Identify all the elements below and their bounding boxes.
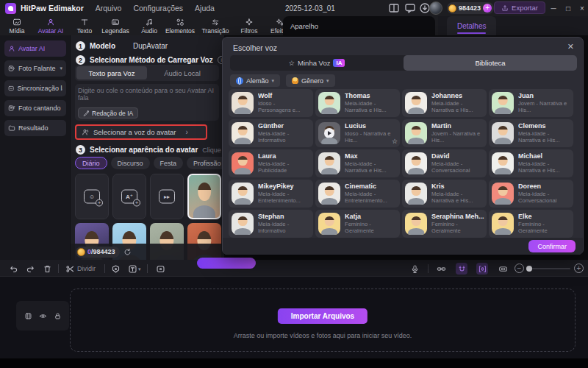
gender-filter[interactable]: Gênero ▾ xyxy=(286,74,335,87)
voice-card[interactable]: Stephan Meia-idade - Informativo xyxy=(229,210,313,238)
add-ai-card[interactable]: A⁺+ xyxy=(112,174,146,219)
refresh-icon[interactable] xyxy=(123,248,132,256)
annotation-icon[interactable] xyxy=(110,263,121,275)
tab-biblioteca[interactable]: Biblioteca xyxy=(404,55,577,71)
tab-midia[interactable]: Mídia xyxy=(0,17,34,35)
menu-configuracoes[interactable]: Configurações xyxy=(133,4,183,13)
voice-card[interactable]: MikeyPikey Meia-idade - Entretenimento..… xyxy=(229,180,313,208)
add-person-card[interactable]: ☺+ xyxy=(75,174,109,219)
tab-texto-para-voz[interactable]: Texto para Voz xyxy=(76,66,147,79)
voice-description: Meia-idade - Entretenimento... xyxy=(258,191,309,205)
voice-card[interactable]: Lucius Idoso - Narrativa e His... ☆ xyxy=(315,119,400,147)
tab-minha-voz[interactable]: ☆ Minha Voz IA xyxy=(230,55,404,71)
sidebar-item-sincronizacao[interactable]: Sincronização la... xyxy=(4,80,66,96)
tab-audio[interactable]: Áudio xyxy=(132,17,166,35)
frame-icon[interactable] xyxy=(154,263,166,275)
microphone-icon[interactable] xyxy=(409,263,420,275)
voice-card[interactable]: Max Meia-idade - Narrativa e His... xyxy=(315,149,400,177)
zoom-in-icon[interactable]: + xyxy=(574,263,584,273)
dialog-close-icon[interactable]: ✕ xyxy=(567,42,574,52)
sidebar-item-resultado[interactable]: Resultado xyxy=(4,120,66,136)
voice-card[interactable]: David Meia-idade - Conversacional xyxy=(402,149,487,177)
voice-card[interactable]: Seraphina Meh... Feminino - Geralmente xyxy=(402,210,487,238)
tab-detalhes[interactable]: Detalhes xyxy=(447,16,496,35)
app-title: HitPaw Edimakor xyxy=(21,4,84,13)
voice-avatar xyxy=(405,183,427,205)
details-panel-header: Detalhes xyxy=(438,16,588,35)
track-film-icon[interactable] xyxy=(24,312,32,320)
ripple-edit-icon[interactable] xyxy=(476,263,488,275)
minimize-button[interactable]: ─ xyxy=(547,0,560,16)
tab-elementos[interactable]: Elementos xyxy=(163,17,197,35)
voice-name: Martin xyxy=(431,122,484,130)
link-icon[interactable] xyxy=(435,263,447,275)
tab-texto[interactable]: Texto xyxy=(68,17,101,35)
export-button[interactable]: Exportar xyxy=(494,1,545,14)
voice-card[interactable]: Cinematic Meia-idade - Entretenimento... xyxy=(315,180,400,208)
pill-profissao[interactable]: Profissão xyxy=(187,157,224,169)
voice-card[interactable]: Kris Meia-idade - Narrativa e His... xyxy=(402,180,487,208)
feedback-chat-icon[interactable] xyxy=(404,2,416,14)
favorite-star-icon[interactable]: ☆ xyxy=(392,138,398,145)
voice-card[interactable]: Wolf Idoso - Personagens e... xyxy=(229,89,313,117)
sidebar-item-foto-falante[interactable]: Foto Falante ▾ xyxy=(4,60,66,77)
pill-discurso[interactable]: Discurso xyxy=(111,157,150,169)
chevron-down-icon[interactable]: ▾ xyxy=(138,266,141,272)
add-credits-icon[interactable]: + xyxy=(483,4,492,13)
undo-icon[interactable] xyxy=(7,263,19,275)
delete-icon[interactable] xyxy=(41,263,53,275)
maximize-button[interactable]: □ xyxy=(562,0,575,16)
voice-card[interactable]: Elke Feminino - Geralmente xyxy=(489,210,573,238)
split-label[interactable]: Dividir xyxy=(77,265,96,272)
tab-transicao[interactable]: Transição xyxy=(198,17,232,35)
voice-card[interactable]: Clemens Meia-idade - Narrativa e His... xyxy=(489,119,573,147)
confirm-button[interactable]: Confirmar xyxy=(528,240,576,252)
voice-card[interactable]: Martin Jovem - Narrativa e His... xyxy=(402,119,487,147)
zoom-slider-knob[interactable] xyxy=(526,266,532,272)
play-voice-icon[interactable] xyxy=(324,128,334,138)
close-button[interactable]: × xyxy=(576,0,588,16)
voice-card[interactable]: Johannes Meia-idade - Narrativa e His... xyxy=(402,89,487,117)
zoom-out-icon[interactable]: − xyxy=(514,263,524,273)
redo-icon[interactable] xyxy=(24,263,36,275)
track-eye-icon[interactable] xyxy=(39,312,47,320)
sidebar-item-foto-cantando[interactable]: Foto cantando xyxy=(4,100,66,116)
voice-card[interactable]: Doreen Meia-idade - Conversacional xyxy=(489,180,573,208)
fit-timeline-icon[interactable] xyxy=(497,263,509,275)
user-avatar[interactable] xyxy=(429,1,442,15)
voice-card[interactable]: Michael Meia-idade - Narrativa e His... xyxy=(489,149,573,177)
split-icon[interactable] xyxy=(64,263,76,275)
import-files-button[interactable]: Importar Arquivos xyxy=(278,308,368,324)
menu-arquivo[interactable]: Arquivo xyxy=(96,4,122,13)
credits-badge[interactable]: 984423 + xyxy=(447,2,494,14)
pill-diario[interactable]: Diário xyxy=(75,157,107,169)
sidebar-item-avatar-ai[interactable]: Avatar AI xyxy=(4,40,66,57)
script-input[interactable] xyxy=(78,87,216,107)
tab-filtros[interactable]: Filtros xyxy=(232,17,266,35)
voice-card[interactable]: Laura Meia-idade - Publicidade xyxy=(229,149,313,177)
voice-name: Doreen xyxy=(518,183,571,190)
tab-audio-local[interactable]: Áudio Local xyxy=(147,66,218,79)
text-tool-icon[interactable] xyxy=(126,263,138,275)
voice-card[interactable]: Juan Jovem - Narrativa e His... xyxy=(489,89,573,117)
voice-card[interactable]: Katja Feminino - Geralmente xyxy=(315,210,400,238)
media-drop-zone[interactable]: Importar Arquivos Arraste ou importe víd… xyxy=(70,289,576,352)
select-avatar-voice-button[interactable]: Selecionar a voz do avatar › xyxy=(75,124,207,140)
ai-writing-button[interactable]: Redação de IA xyxy=(78,107,138,118)
language-filter[interactable]: Alemão ▾ xyxy=(230,74,280,87)
avatar-photo-card[interactable] xyxy=(187,174,221,219)
add-video-card[interactable]: ▸▸ xyxy=(150,174,184,219)
tab-avatar-ai[interactable]: Avatar AI xyxy=(34,17,68,35)
timeline-zoom-slider[interactable] xyxy=(528,268,570,269)
layout-panels-icon[interactable] xyxy=(388,2,400,14)
voice-card[interactable]: Günther Meia-idade - Informativo xyxy=(229,119,313,147)
voice-card[interactable]: Thomas Meia-idade - Narrativa e His... xyxy=(315,89,400,117)
menu-ajuda[interactable]: Ajuda xyxy=(195,4,215,13)
track-lock-icon[interactable] xyxy=(54,312,62,320)
tab-legendas[interactable]: Legendas xyxy=(98,17,132,35)
drop-zone-hint: Arraste ou importe vídeos e fotos aqui p… xyxy=(71,332,575,339)
gerar-button-partial[interactable] xyxy=(197,258,256,269)
pill-festa[interactable]: Festa xyxy=(154,157,184,169)
magnet-snap-icon[interactable] xyxy=(456,263,467,275)
model-tab-dupavatar[interactable]: DupAvatar xyxy=(133,42,168,50)
